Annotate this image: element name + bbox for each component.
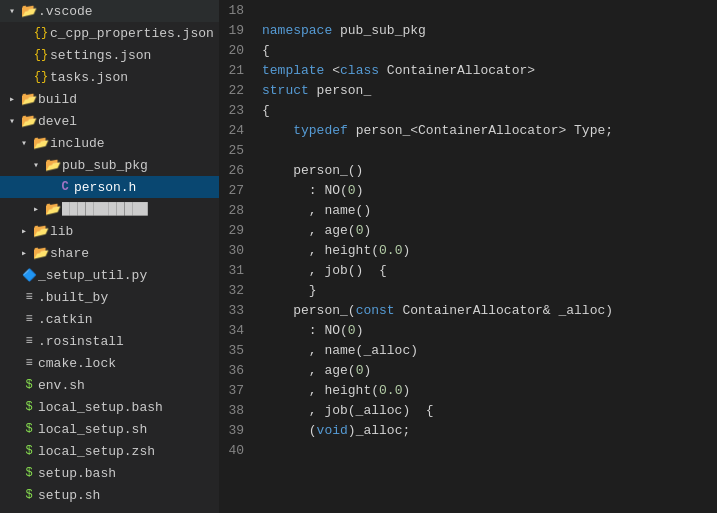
- expand-arrow: ▾: [28, 159, 44, 171]
- line-content: [258, 0, 717, 20]
- line-content: struct person_: [258, 80, 717, 100]
- line-number: 31: [220, 260, 258, 280]
- sidebar-item-setup_bash[interactable]: $ setup.bash: [0, 462, 219, 484]
- item-label: devel: [38, 114, 219, 129]
- sidebar-item-blurred[interactable]: ▸ 📂 ███████████: [0, 198, 219, 220]
- file-icon: ≡: [20, 334, 38, 348]
- sidebar-item-share[interactable]: ▸ 📂 share: [0, 242, 219, 264]
- expand-arrow: ▾: [4, 5, 20, 17]
- folder-icon: 📂: [44, 157, 62, 173]
- token-num: 0: [348, 323, 356, 338]
- line-number: 22: [220, 80, 258, 100]
- item-label: setup.sh: [38, 488, 219, 503]
- token-plain: person_: [309, 83, 371, 98]
- expand-arrow: ▸: [4, 93, 20, 105]
- token-plain: ): [363, 363, 371, 378]
- item-label: .rosinstall: [38, 334, 219, 349]
- code-line: 22struct person_: [220, 80, 717, 100]
- line-content: , name(_alloc): [258, 340, 717, 360]
- sidebar-item-local_setup_bash[interactable]: $ local_setup.bash: [0, 396, 219, 418]
- line-number: 23: [220, 100, 258, 120]
- sh-icon: $: [20, 400, 38, 414]
- expand-arrow: ▸: [28, 203, 44, 215]
- item-label: _setup_util.py: [38, 268, 219, 283]
- expand-arrow: ▸: [16, 225, 32, 237]
- sidebar-item-setup_util_py[interactable]: 🔷 _setup_util.py: [0, 264, 219, 286]
- token-plain: , job() {: [262, 263, 387, 278]
- line-number: 21: [220, 60, 258, 80]
- line-content: template <class ContainerAllocator>: [258, 60, 717, 80]
- file-icon: ≡: [20, 290, 38, 304]
- code-line: 28 , name(): [220, 200, 717, 220]
- line-content: [258, 440, 717, 460]
- token-plain: pub_sub_pkg: [332, 23, 426, 38]
- line-number: 37: [220, 380, 258, 400]
- code-line: 34 : NO(0): [220, 320, 717, 340]
- line-content: person_(): [258, 160, 717, 180]
- sidebar-item-tasks_json[interactable]: {} tasks.json: [0, 66, 219, 88]
- token-kw: void: [317, 423, 348, 438]
- item-label: local_setup.bash: [38, 400, 219, 415]
- line-number: 29: [220, 220, 258, 240]
- token-plain: }: [262, 283, 317, 298]
- sidebar-item-catkin[interactable]: ≡ .catkin: [0, 308, 219, 330]
- sh-icon: $: [20, 466, 38, 480]
- line-number: 32: [220, 280, 258, 300]
- item-label: ███████████: [62, 202, 219, 217]
- item-label: .vscode: [38, 4, 219, 19]
- sidebar-item-local_setup_sh[interactable]: $ local_setup.sh: [0, 418, 219, 440]
- token-plain: : NO(: [262, 323, 348, 338]
- sidebar-item-setup_sh[interactable]: $ setup.sh: [0, 484, 219, 506]
- code-area: 18 19namespace pub_sub_pkg20{21template …: [220, 0, 717, 460]
- sidebar-item-rosinstall[interactable]: ≡ .rosinstall: [0, 330, 219, 352]
- code-line: 23{: [220, 100, 717, 120]
- py-icon: 🔷: [20, 268, 38, 283]
- file-icon: ≡: [20, 356, 38, 370]
- sidebar-item-pub_sub_pkg[interactable]: ▾ 📂 pub_sub_pkg: [0, 154, 219, 176]
- folder-icon: 📂: [32, 135, 50, 151]
- line-content: person_(const ContainerAllocator& _alloc…: [258, 300, 717, 320]
- token-plain: , name(_alloc): [262, 343, 418, 358]
- code-line: 35 , name(_alloc): [220, 340, 717, 360]
- item-label: pub_sub_pkg: [62, 158, 219, 173]
- code-line: 32 }: [220, 280, 717, 300]
- sidebar-item-build[interactable]: ▸ 📂 build: [0, 88, 219, 110]
- expand-arrow: ▾: [4, 115, 20, 127]
- token-kw: template: [262, 63, 324, 78]
- folder-icon: 📂: [32, 223, 50, 239]
- sidebar-item-built_by[interactable]: ≡ .built_by: [0, 286, 219, 308]
- line-number: 20: [220, 40, 258, 60]
- sidebar-item-devel[interactable]: ▾ 📂 devel: [0, 110, 219, 132]
- sidebar-item-vscode[interactable]: ▾ 📂 .vscode: [0, 0, 219, 22]
- token-kw: typedef: [293, 123, 348, 138]
- sh-icon: $: [20, 422, 38, 436]
- sidebar-item-cmake_lock[interactable]: ≡ cmake.lock: [0, 352, 219, 374]
- c-icon: C: [56, 180, 74, 194]
- token-plain: ): [363, 223, 371, 238]
- token-plain: , height(: [262, 383, 379, 398]
- token-plain: ): [356, 323, 364, 338]
- line-content: : NO(0): [258, 180, 717, 200]
- token-plain: , age(: [262, 363, 356, 378]
- token-plain: ContainerAllocator>: [379, 63, 535, 78]
- item-label: .built_by: [38, 290, 219, 305]
- token-plain: person_(: [262, 303, 356, 318]
- sidebar-item-person_h[interactable]: C person.h: [0, 176, 219, 198]
- item-label: c_cpp_properties.json: [50, 26, 219, 41]
- sidebar-item-env_sh[interactable]: $ env.sh: [0, 374, 219, 396]
- sidebar-item-local_setup_zsh[interactable]: $ local_setup.zsh: [0, 440, 219, 462]
- item-label: build: [38, 92, 219, 107]
- file-explorer[interactable]: ▾ 📂 .vscode {} c_cpp_properties.json {} …: [0, 0, 220, 513]
- line-content: , age(0): [258, 220, 717, 240]
- json-icon: {}: [32, 70, 50, 84]
- line-number: 33: [220, 300, 258, 320]
- token-plain: {: [262, 103, 270, 118]
- sidebar-item-c_cpp_properties[interactable]: {} c_cpp_properties.json: [0, 22, 219, 44]
- json-icon: {}: [32, 26, 50, 40]
- item-label: person.h: [74, 180, 219, 195]
- sidebar-item-include[interactable]: ▾ 📂 include: [0, 132, 219, 154]
- token-plain: , name(): [262, 203, 371, 218]
- sidebar-item-lib[interactable]: ▸ 📂 lib: [0, 220, 219, 242]
- token-plain: <: [324, 63, 340, 78]
- sidebar-item-settings_json[interactable]: {} settings.json: [0, 44, 219, 66]
